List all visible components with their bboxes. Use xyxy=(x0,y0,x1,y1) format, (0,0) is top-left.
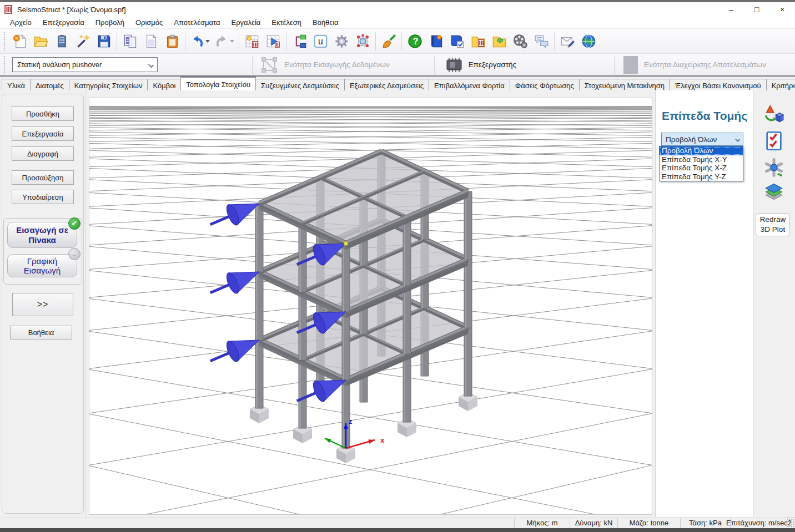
graphic-input-button[interactable]: Γραφική Εισαγωγή .. xyxy=(7,254,77,277)
slab-layers-icon[interactable] xyxy=(762,180,786,204)
tab-target-displacement[interactable]: Στοχευόμενη Μετακίνηση xyxy=(579,79,670,90)
graphic-input-label: Γραφική Εισαγωγή xyxy=(8,256,77,276)
import-folder-icon[interactable] xyxy=(489,31,510,52)
tab-performance-criteria[interactable]: Κριτήρια Επιτελεστικότητας xyxy=(766,79,795,90)
tab-applied-loads[interactable]: Επιβαλλόμενα Φορτία xyxy=(429,79,510,90)
units-icon[interactable]: u xyxy=(310,31,331,52)
open-project-icon[interactable] xyxy=(30,31,51,52)
results-module-icon xyxy=(622,55,639,75)
module-toolbar: Στατική ανάλυση pushover Ενότητα Εισαγωγ… xyxy=(0,54,795,77)
app-logo-icon xyxy=(4,5,13,14)
email-icon[interactable] xyxy=(557,31,578,52)
tab-restraints[interactable]: Εξωτερικές Δεσμεύσεις xyxy=(344,79,429,90)
tab-code-checks[interactable]: Έλεγχοι Βάσει Κανονισμού xyxy=(670,79,767,90)
menu-file[interactable]: Αρχείο xyxy=(4,17,37,28)
minimize-button[interactable]: – xyxy=(718,2,744,17)
copy-document-icon[interactable] xyxy=(119,31,140,52)
model-inspect-icon[interactable] xyxy=(352,31,373,52)
document-icon[interactable] xyxy=(140,31,162,52)
expand-panel-button[interactable]: >> xyxy=(12,293,73,316)
project-folder-icon[interactable] xyxy=(467,31,489,52)
dropdown-option-yz[interactable]: Επίπεδα Τομής Y-Z xyxy=(660,173,743,181)
movie-icon[interactable] xyxy=(510,31,531,52)
dropdown-option-xy[interactable]: Επίπεδα Τομής X-Y xyxy=(660,155,743,164)
post-processor-section-button[interactable]: Ενότητα Διαχείρισης Αποτελεσμάτων xyxy=(622,55,766,75)
menu-tools[interactable]: Εργαλεία xyxy=(226,17,266,28)
menu-edit[interactable]: Επεξεργασία xyxy=(37,17,90,28)
new-project-icon[interactable] xyxy=(9,31,30,52)
chevron-down-icon xyxy=(148,62,154,68)
edit-button[interactable]: Επεξεργασία xyxy=(12,126,74,141)
clipboard-icon[interactable] xyxy=(162,31,183,52)
wizard-icon[interactable] xyxy=(72,31,93,52)
help-icon[interactable]: ? xyxy=(404,31,425,52)
verification-book-icon[interactable] xyxy=(446,31,467,52)
toolbar-separator xyxy=(117,32,117,50)
performance-checks-icon[interactable] xyxy=(762,129,786,153)
node-link-icon[interactable] xyxy=(289,31,310,52)
status-force-unit: Δύναμη: kN xyxy=(570,518,617,528)
redraw-3d-plot-button[interactable]: Redraw 3D Plot xyxy=(756,213,790,236)
feedback-bubbles-icon[interactable] xyxy=(531,31,552,52)
tab-sections[interactable]: Διατομές xyxy=(30,79,69,90)
toolbar-separator xyxy=(614,55,615,74)
help-button[interactable]: Βοήθεια xyxy=(10,326,72,340)
close-button[interactable]: × xyxy=(769,2,795,17)
subdivide-button[interactable]: Υποδιαίρεση xyxy=(12,190,74,204)
resize-grip[interactable] xyxy=(787,518,795,528)
manual-book-icon[interactable] xyxy=(425,31,446,52)
table-wizard-icon[interactable] xyxy=(241,31,263,52)
undo-icon[interactable] xyxy=(188,31,207,52)
redo-icon[interactable] xyxy=(212,31,231,52)
menu-view[interactable]: Προβολή xyxy=(90,17,130,28)
pre-processor-section-button[interactable]: Ενότητα Εισαγωγής Δεδομένων xyxy=(259,55,390,75)
building-model-icon[interactable] xyxy=(51,31,72,52)
model-3d-view[interactable]: xz xyxy=(89,98,652,515)
redo-dropdown-icon[interactable] xyxy=(230,40,234,43)
processor-section-button[interactable]: Επεξεργαστής xyxy=(445,57,516,73)
seismostruct-window: SeismoStruct * [Χωρίς Όνομα.spf] – □ × Α… xyxy=(0,0,795,532)
menu-results[interactable]: Αποτελέσματα xyxy=(168,17,225,28)
maximize-button[interactable]: □ xyxy=(744,2,769,17)
settings-gear-icon[interactable] xyxy=(331,31,352,52)
toolbar-separator xyxy=(401,32,402,50)
axis-z-label: z xyxy=(349,417,353,425)
status-stress-unit: Τάση: kPa xyxy=(680,518,730,528)
local-axes-icon[interactable] xyxy=(762,156,786,179)
tab-element-classes[interactable]: Κατηγορίες Στοιχείων xyxy=(69,79,148,90)
viewport-outer: xz xyxy=(86,90,655,517)
toolbar-grip[interactable] xyxy=(3,55,6,74)
menu-run[interactable]: Εκτέλεση xyxy=(266,17,307,28)
tab-constraints[interactable]: Συζευγμένες Δεσμεύσεις xyxy=(255,79,345,90)
module-tab-bar: Υλικά Διατομές Κατηγορίες Στοιχείων Κόμβ… xyxy=(0,77,795,90)
toolbar-grip[interactable] xyxy=(3,32,6,50)
processor-chip-icon xyxy=(445,57,464,73)
table-run-icon[interactable] xyxy=(263,31,284,52)
chevron-down-icon xyxy=(735,137,740,142)
add-button[interactable]: Προσθήκη xyxy=(12,107,74,121)
increment-button[interactable]: Προσαύξηση xyxy=(12,170,74,185)
dropdown-option-xz[interactable]: Επίπεδα Τομής X-Z xyxy=(660,164,743,173)
tab-loading-phases[interactable]: Φάσεις Φόρτωσης xyxy=(510,79,580,90)
svg-text:?: ? xyxy=(412,37,418,46)
delete-button[interactable]: Διαγραφή xyxy=(12,146,74,161)
tab-nodes[interactable]: Κόμβοι xyxy=(147,79,181,90)
undo-dropdown-icon[interactable] xyxy=(205,40,210,43)
table-input-button[interactable]: Εισαγωγή σε Πίνακα ✔ xyxy=(7,222,77,248)
section-planes-combobox[interactable]: Προβολή Όλων xyxy=(661,133,743,146)
website-globe-icon[interactable] xyxy=(578,31,599,52)
menu-help[interactable]: Βοήθεια xyxy=(307,17,344,28)
dropdown-option-view-all[interactable]: Προβολή Όλων xyxy=(660,146,743,155)
deformed-shape-icon[interactable] xyxy=(762,103,786,126)
paintbrush-icon[interactable] xyxy=(378,31,399,52)
save-icon[interactable] xyxy=(93,31,114,52)
analysis-type-combobox[interactable]: Στατική ανάλυση pushover xyxy=(12,57,158,72)
toolbar-separator xyxy=(375,32,376,50)
table-input-label: Εισαγωγή σε Πίνακα xyxy=(8,225,77,245)
tab-materials[interactable]: Υλικά xyxy=(2,79,31,90)
section-planes-title: Επίπεδα Τομής xyxy=(656,109,753,123)
menu-define[interactable]: Ορισμός xyxy=(130,17,168,28)
tab-element-connectivity[interactable]: Τοπολογία Στοιχείου xyxy=(180,77,256,90)
toolbar-separator xyxy=(252,55,253,74)
post-processor-label: Ενότητα Διαχείρισης Αποτελεσμάτων xyxy=(644,60,766,69)
